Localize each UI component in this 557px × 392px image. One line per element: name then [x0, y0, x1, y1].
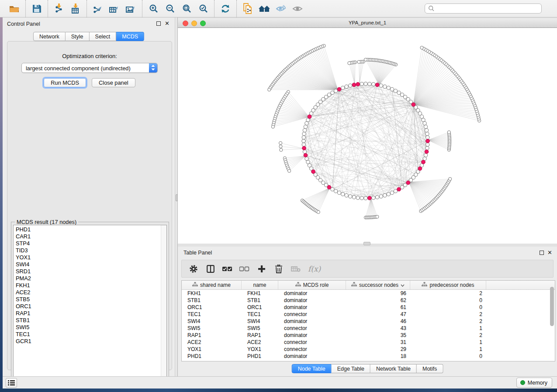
network-dominator-node[interactable] — [418, 167, 422, 171]
network-leaf-node[interactable] — [268, 88, 271, 91]
mcds-result-item[interactable]: PHD1 — [14, 226, 166, 233]
network-node[interactable] — [337, 191, 341, 194]
cell-MCDS-role[interactable]: connector — [278, 311, 346, 318]
network-node[interactable] — [424, 154, 427, 157]
cell-name[interactable]: ORC1 — [242, 304, 278, 311]
mcds-result-item[interactable]: STB5 — [14, 296, 166, 303]
tab-network[interactable]: Network — [33, 32, 66, 41]
task-history-button[interactable] — [6, 378, 17, 388]
horizontal-splitter-handle[interactable] — [363, 242, 370, 245]
cell-MCDS-role[interactable]: dominator — [278, 290, 346, 297]
cell-successor-nodes[interactable]: 61 — [346, 304, 410, 311]
cell-predecessor-nodes[interactable]: 2 — [410, 311, 486, 318]
network-node[interactable] — [379, 195, 383, 198]
network-node[interactable] — [383, 85, 387, 88]
show-columns-icon[interactable] — [204, 262, 217, 276]
show-graphics-icon[interactable] — [289, 2, 306, 16]
network-dominator-node[interactable] — [412, 103, 415, 107]
network-node[interactable] — [394, 89, 397, 93]
cell-predecessor-nodes[interactable]: 0 — [410, 353, 486, 360]
network-node[interactable] — [349, 84, 352, 87]
network-window-titlebar[interactable]: YPA_prune.txt_1 — [178, 18, 557, 28]
network-node[interactable] — [364, 82, 367, 86]
cell-predecessor-nodes[interactable]: 1 — [410, 325, 486, 332]
network-node[interactable] — [387, 86, 390, 89]
network-node[interactable] — [331, 91, 334, 94]
cell-shared-name[interactable]: FKH1 — [182, 290, 242, 297]
network-leaf-node[interactable] — [348, 62, 351, 65]
mcds-result-item[interactable]: FKH1 — [14, 282, 166, 289]
network-node[interactable] — [397, 91, 401, 94]
cell-successor-nodes[interactable]: 18 — [346, 353, 410, 360]
network-node[interactable] — [426, 136, 429, 139]
network-node[interactable] — [390, 191, 394, 194]
export-image-icon[interactable] — [123, 2, 139, 16]
cell-MCDS-role[interactable]: dominator — [278, 297, 346, 304]
network-node[interactable] — [400, 93, 404, 96]
mcds-result-item[interactable]: SWI4 — [14, 261, 166, 268]
cell-predecessor-nodes[interactable]: 2 — [410, 290, 486, 297]
network-leaf-node[interactable] — [357, 60, 360, 63]
import-network-icon[interactable] — [51, 2, 67, 16]
network-node[interactable] — [345, 85, 348, 88]
cell-predecessor-nodes[interactable]: 2 — [410, 318, 486, 325]
cell-successor-nodes[interactable]: 96 — [346, 290, 410, 297]
network-dominator-node[interactable] — [304, 153, 308, 157]
network-leaf-node[interactable] — [364, 58, 367, 61]
cell-shared-name[interactable]: ACE2 — [182, 339, 242, 346]
cell-MCDS-role[interactable]: dominator — [278, 318, 346, 325]
network-dominator-node[interactable] — [337, 87, 341, 91]
cell-shared-name[interactable]: PHD1 — [182, 353, 242, 360]
network-dominator-node[interactable] — [308, 115, 311, 119]
table-row[interactable]: SWI4SWI4dominator462 — [182, 318, 555, 325]
mcds-result-item[interactable]: SRD1 — [14, 268, 166, 275]
network-dominator-node[interactable] — [426, 139, 430, 143]
mcds-result-item[interactable]: SWI5 — [14, 324, 166, 331]
close-table-panel-icon[interactable]: ✕ — [547, 249, 552, 256]
cell-name[interactable]: ACE2 — [242, 339, 278, 346]
network-dominator-node[interactable] — [422, 160, 426, 164]
home-views-icon[interactable] — [256, 2, 273, 16]
network-node[interactable] — [426, 132, 429, 136]
network-dominator-node[interactable] — [397, 187, 401, 191]
table-row[interactable]: PHD1PHD1dominator180 — [182, 353, 555, 360]
network-node[interactable] — [308, 164, 311, 167]
cell-successor-nodes[interactable]: 29 — [346, 346, 410, 353]
export-table-icon[interactable] — [106, 2, 123, 16]
cell-MCDS-role[interactable]: dominator — [278, 332, 346, 339]
cell-shared-name[interactable]: ORC1 — [182, 304, 242, 311]
network-node[interactable] — [302, 132, 306, 136]
table-row[interactable]: ORC1ORC1dominator610 — [182, 304, 555, 311]
tab-edge-table[interactable]: Edge Table — [332, 364, 370, 373]
network-node[interactable] — [327, 93, 331, 96]
cell-name[interactable]: RAP1 — [242, 332, 278, 339]
network-leaf-node[interactable] — [420, 46, 423, 49]
network-dominator-node[interactable] — [406, 181, 410, 185]
zoom-out-icon[interactable] — [162, 2, 178, 16]
network-node[interactable] — [364, 196, 367, 200]
network-node[interactable] — [324, 95, 328, 99]
network-canvas[interactable] — [178, 28, 557, 244]
float-table-panel-icon[interactable] — [540, 251, 544, 255]
network-node[interactable] — [426, 146, 429, 150]
column-header-name[interactable]: name — [242, 281, 278, 289]
network-node[interactable] — [302, 136, 305, 139]
network-dominator-node[interactable] — [368, 196, 372, 200]
table-row[interactable]: YOX1YOX1connector291 — [182, 346, 555, 353]
mcds-result-item[interactable]: ORC1 — [14, 303, 166, 310]
column-header-shared-name[interactable]: shared name — [182, 281, 242, 289]
network-node[interactable] — [303, 128, 306, 132]
network-dominator-node[interactable] — [375, 83, 379, 87]
network-leaf-node[interactable] — [279, 141, 282, 144]
vertical-splitter[interactable] — [175, 17, 178, 376]
network-node[interactable] — [420, 115, 423, 118]
delete-column-icon[interactable] — [272, 262, 285, 276]
column-header-predecessor-nodes[interactable]: predecessor nodes — [410, 281, 486, 289]
network-node[interactable] — [305, 157, 308, 160]
cell-shared-name[interactable]: STB1 — [182, 297, 242, 304]
column-header-successor-nodes[interactable]: successor nodes — [346, 281, 410, 289]
network-node[interactable] — [360, 82, 363, 86]
vertical-splitter-handle[interactable] — [176, 194, 178, 201]
table-row[interactable]: TEC1TEC1connector472 — [182, 311, 555, 318]
mcds-result-item[interactable]: GCR1 — [14, 338, 166, 345]
